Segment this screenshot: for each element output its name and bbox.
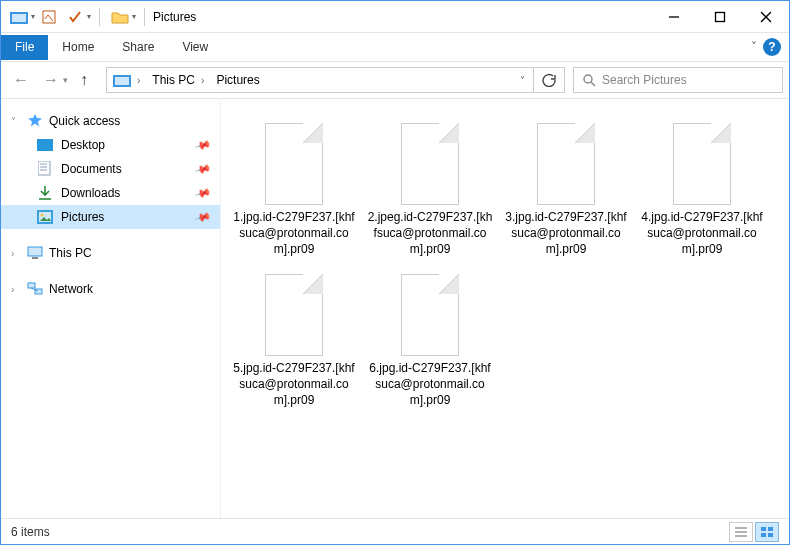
pin-icon: 📌 xyxy=(194,136,213,154)
details-view-button[interactable] xyxy=(729,522,753,542)
file-menu[interactable]: File xyxy=(1,35,48,60)
svg-rect-20 xyxy=(28,247,42,256)
folder-dropdown-icon[interactable]: ▾ xyxy=(132,12,136,21)
sidebar-item-label: Pictures xyxy=(61,210,104,224)
file-label: 1.jpg.id-C279F237.[khfsuca@protonmail.co… xyxy=(229,209,359,258)
svg-rect-1 xyxy=(12,14,26,22)
file-item[interactable]: 3.jpg.id-C279F237.[khfsuca@protonmail.co… xyxy=(501,117,631,258)
back-button[interactable]: ← xyxy=(7,66,35,94)
up-button[interactable]: ↑ xyxy=(70,66,98,94)
pin-icon: 📌 xyxy=(194,160,213,178)
chevron-right-icon[interactable]: › xyxy=(201,75,204,86)
navbar: ← → ▾ ↑ › This PC › Pictures ˅ Search Pi… xyxy=(1,61,789,99)
svg-rect-22 xyxy=(28,283,35,288)
file-label: 5.jpg.id-C279F237.[khfsuca@protonmail.co… xyxy=(229,360,359,409)
forward-button[interactable]: → xyxy=(37,66,65,94)
sidebar-network[interactable]: › Network xyxy=(1,277,220,301)
thumbnails-view-button[interactable] xyxy=(755,522,779,542)
chevron-down-icon[interactable]: ˅ xyxy=(11,116,21,127)
blank-file-icon xyxy=(395,117,465,205)
address-dropdown-icon[interactable]: ˅ xyxy=(512,75,533,86)
pin-icon: 📌 xyxy=(194,208,213,226)
ribbon-expand-icon[interactable]: ˅ xyxy=(751,40,757,54)
qat-dropdown-icon[interactable]: ▾ xyxy=(31,12,35,21)
sidebar-item-pictures[interactable]: Pictures 📌 xyxy=(1,205,220,229)
sidebar-item-desktop[interactable]: Desktop 📌 xyxy=(1,133,220,157)
svg-rect-12 xyxy=(38,161,50,175)
svg-rect-28 xyxy=(761,527,766,531)
sidebar-item-documents[interactable]: Documents 📌 xyxy=(1,157,220,181)
search-input[interactable]: Search Pictures xyxy=(573,67,783,93)
addressbar[interactable]: › This PC › Pictures ˅ xyxy=(106,67,565,93)
crumb-pictures[interactable]: Pictures xyxy=(210,68,265,92)
sidebar-quick-access[interactable]: ˅ Quick access xyxy=(1,109,220,133)
search-placeholder: Search Pictures xyxy=(602,73,687,87)
sidebar-label: This PC xyxy=(49,246,92,260)
blank-file-icon xyxy=(531,117,601,205)
blank-file-icon xyxy=(259,117,329,205)
file-item[interactable]: 4.jpg.id-C279F237.[khfsuca@protonmail.co… xyxy=(637,117,767,258)
file-label: 3.jpg.id-C279F237.[khfsuca@protonmail.co… xyxy=(501,209,631,258)
sidebar-this-pc[interactable]: › This PC xyxy=(1,241,220,265)
chevron-right-icon[interactable]: › xyxy=(11,284,21,295)
search-icon xyxy=(582,73,596,87)
svg-rect-11 xyxy=(37,139,53,151)
titlebar: ▾ ▾ ▾ Pictures xyxy=(1,1,789,33)
recent-locations-dropdown[interactable]: ▾ xyxy=(63,75,68,85)
downloads-icon xyxy=(37,185,53,201)
desktop-icon xyxy=(37,137,53,153)
sidebar-label: Network xyxy=(49,282,93,296)
refresh-button[interactable] xyxy=(533,68,564,92)
properties-icon[interactable] xyxy=(37,5,61,29)
svg-line-10 xyxy=(591,82,595,86)
chevron-right-icon[interactable]: › xyxy=(137,75,140,86)
file-item[interactable]: 5.jpg.id-C279F237.[khfsuca@protonmail.co… xyxy=(229,268,359,409)
svg-rect-29 xyxy=(768,527,773,531)
file-label: 6.jpg.id-C279F237.[khfsuca@protonmail.co… xyxy=(365,360,495,409)
statusbar: 6 items xyxy=(1,518,789,544)
svg-rect-4 xyxy=(716,12,725,21)
svg-point-19 xyxy=(41,214,44,217)
sidebar-label: Quick access xyxy=(49,114,120,128)
qat-more-dropdown-icon[interactable]: ▾ xyxy=(87,12,91,21)
sidebar: ˅ Quick access Desktop 📌 Documents 📌 Dow… xyxy=(1,99,221,518)
blank-file-icon xyxy=(259,268,329,356)
svg-rect-8 xyxy=(115,77,129,85)
status-count: 6 items xyxy=(11,525,50,539)
crumb-label: Pictures xyxy=(216,73,259,87)
sidebar-item-label: Documents xyxy=(61,162,122,176)
help-icon[interactable]: ? xyxy=(763,38,781,56)
svg-rect-21 xyxy=(32,257,38,259)
tab-share[interactable]: Share xyxy=(108,35,168,60)
crumb-label: This PC xyxy=(152,73,195,87)
crumb-this-pc[interactable]: This PC › xyxy=(146,68,210,92)
file-item[interactable]: 2.jpeg.id-C279F237.[khfsuca@protonmail.c… xyxy=(365,117,495,258)
file-label: 4.jpg.id-C279F237.[khfsuca@protonmail.co… xyxy=(637,209,767,258)
file-label: 2.jpeg.id-C279F237.[khfsuca@protonmail.c… xyxy=(365,209,495,258)
chevron-right-icon[interactable]: › xyxy=(11,248,21,259)
crumb-root-icon[interactable]: › xyxy=(107,68,146,92)
folder-icon xyxy=(108,5,132,29)
separator xyxy=(99,8,100,26)
checkmark-icon[interactable] xyxy=(63,5,87,29)
tab-home[interactable]: Home xyxy=(48,35,108,60)
svg-point-9 xyxy=(584,75,592,83)
blank-file-icon xyxy=(395,268,465,356)
svg-rect-2 xyxy=(43,11,55,23)
tab-view[interactable]: View xyxy=(168,35,222,60)
this-pc-icon xyxy=(27,245,43,261)
documents-icon xyxy=(37,161,53,177)
maximize-button[interactable] xyxy=(697,1,743,33)
file-item[interactable]: 1.jpg.id-C279F237.[khfsuca@protonmail.co… xyxy=(229,117,359,258)
blank-file-icon xyxy=(667,117,737,205)
explorer-app-icon[interactable] xyxy=(7,5,31,29)
content-area[interactable]: 1.jpg.id-C279F237.[khfsuca@protonmail.co… xyxy=(221,99,789,518)
close-button[interactable] xyxy=(743,1,789,33)
svg-rect-31 xyxy=(768,533,773,537)
file-item[interactable]: 6.jpg.id-C279F237.[khfsuca@protonmail.co… xyxy=(365,268,495,409)
minimize-button[interactable] xyxy=(651,1,697,33)
separator xyxy=(144,8,145,26)
sidebar-item-label: Desktop xyxy=(61,138,105,152)
sidebar-item-downloads[interactable]: Downloads 📌 xyxy=(1,181,220,205)
ribbon: File Home Share View ˅ ? xyxy=(1,33,789,61)
